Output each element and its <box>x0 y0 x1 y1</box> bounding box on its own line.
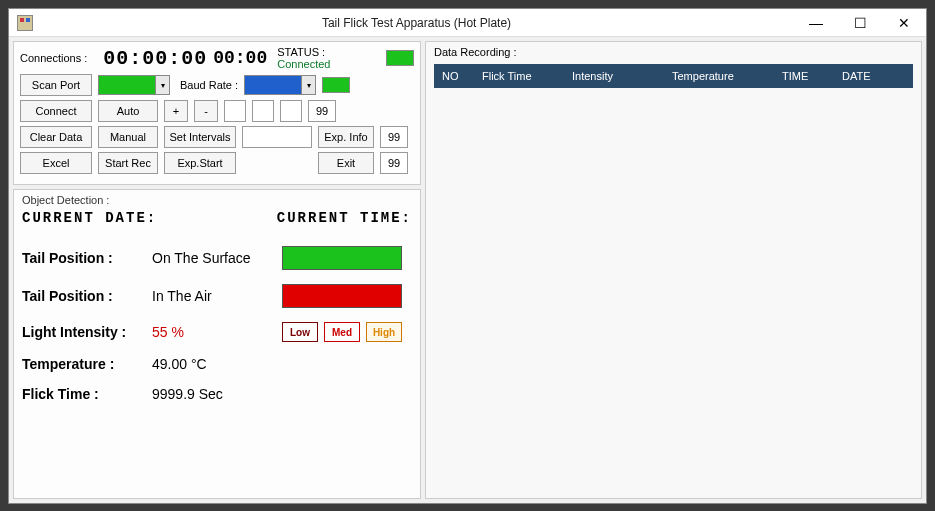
timer-secondary: 00:00 <box>213 48 267 68</box>
timer-main: 00:00:00 <box>103 47 207 70</box>
th-time: TIME <box>774 70 834 82</box>
temperature-label: Temperature : <box>22 356 152 372</box>
data-recording-label: Data Recording : <box>434 46 913 58</box>
th-temperature: Temperature <box>664 70 774 82</box>
connect-button[interactable]: Connect <box>20 100 92 122</box>
interval-field-3[interactable] <box>280 100 302 122</box>
flick-time-value: 9999.9 Sec <box>152 386 282 402</box>
tail-surface-indicator <box>282 246 402 270</box>
med-intensity-button[interactable]: Med <box>324 322 360 342</box>
set-intervals-button[interactable]: Set Intervals <box>164 126 236 148</box>
interval-display[interactable] <box>242 126 312 148</box>
scan-port-button[interactable]: Scan Port <box>20 74 92 96</box>
maximize-button[interactable]: ☐ <box>838 9 882 37</box>
tail-position-label-2: Tail Position : <box>22 288 152 304</box>
low-intensity-button[interactable]: Low <box>282 322 318 342</box>
tail-air-indicator <box>282 284 402 308</box>
status-label: STATUS : Connected <box>277 46 380 70</box>
data-recording-panel: Data Recording : NO Flick Time Intensity… <box>425 41 922 499</box>
titlebar: Tail Flick Test Apparatus (Hot Plate) — … <box>9 9 926 37</box>
counter-3: 99 <box>380 152 408 174</box>
app-window: Tail Flick Test Apparatus (Hot Plate) — … <box>8 8 927 504</box>
exit-button[interactable]: Exit <box>318 152 374 174</box>
window-controls: — ☐ ✕ <box>794 9 926 37</box>
th-flick-time: Flick Time <box>474 70 564 82</box>
interval-field-2[interactable] <box>252 100 274 122</box>
light-intensity-value: 55 % <box>152 324 282 340</box>
high-intensity-button[interactable]: High <box>366 322 402 342</box>
app-icon <box>17 15 33 31</box>
current-time-label: CURRENT TIME: <box>277 210 412 226</box>
tail-position-surface: On The Surface <box>152 250 282 266</box>
baud-indicator <box>322 77 350 93</box>
baud-rate-label: Baud Rate : <box>180 79 238 91</box>
minus-button[interactable]: - <box>194 100 218 122</box>
tail-position-label-1: Tail Position : <box>22 250 152 266</box>
connections-group: Connections : 00:00:00 00:00 STATUS : Co… <box>13 41 421 185</box>
status-indicator <box>386 50 414 66</box>
chevron-down-icon: ▾ <box>155 76 169 94</box>
tail-position-air: In The Air <box>152 288 282 304</box>
data-table-header: NO Flick Time Intensity Temperature TIME… <box>434 64 913 88</box>
plus-button[interactable]: + <box>164 100 188 122</box>
clear-data-button[interactable]: Clear Data <box>20 126 92 148</box>
light-intensity-label: Light Intensity : <box>22 324 152 340</box>
exp-start-button[interactable]: Exp.Start <box>164 152 236 174</box>
manual-button[interactable]: Manual <box>98 126 158 148</box>
connections-label: Connections : <box>20 52 97 64</box>
current-date-label: CURRENT DATE: <box>22 210 157 226</box>
counter-1: 99 <box>308 100 336 122</box>
th-no: NO <box>434 70 474 82</box>
port-color-dropdown[interactable]: ▾ <box>98 75 170 95</box>
interval-field-1[interactable] <box>224 100 246 122</box>
temperature-value: 49.00 °C <box>152 356 282 372</box>
minimize-button[interactable]: — <box>794 9 838 37</box>
counter-2: 99 <box>380 126 408 148</box>
th-date: DATE <box>834 70 894 82</box>
exp-info-button[interactable]: Exp. Info <box>318 126 374 148</box>
start-rec-button[interactable]: Start Rec <box>98 152 158 174</box>
th-intensity: Intensity <box>564 70 664 82</box>
chevron-down-icon: ▾ <box>301 76 315 94</box>
object-detection-group: Object Detection : CURRENT DATE: CURRENT… <box>13 189 421 499</box>
auto-button[interactable]: Auto <box>98 100 158 122</box>
close-button[interactable]: ✕ <box>882 9 926 37</box>
status-value: Connected <box>277 58 330 70</box>
window-title: Tail Flick Test Apparatus (Hot Plate) <box>39 16 794 30</box>
flick-time-label: Flick Time : <box>22 386 152 402</box>
excel-button[interactable]: Excel <box>20 152 92 174</box>
object-detection-label: Object Detection : <box>22 194 412 206</box>
baud-rate-dropdown[interactable]: ▾ <box>244 75 316 95</box>
